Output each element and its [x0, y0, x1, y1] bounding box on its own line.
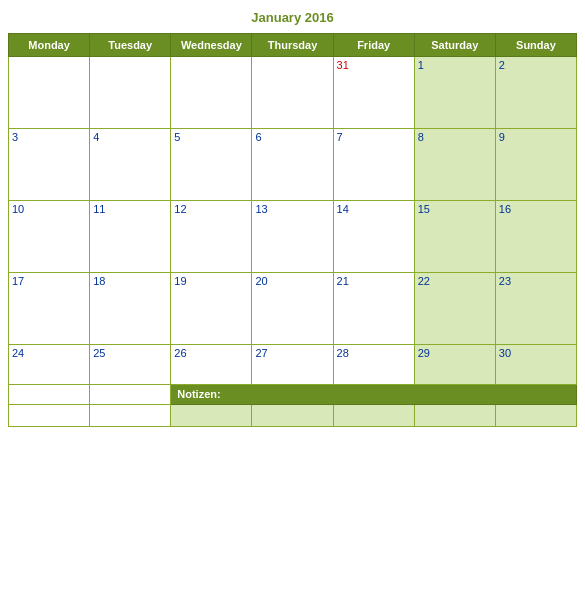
bottom-cell-7 — [495, 405, 576, 427]
bottom-cell-3 — [171, 405, 252, 427]
header-monday: Monday — [9, 34, 90, 57]
calendar-title: January 2016 — [8, 10, 577, 25]
cell-jan29: 29 — [414, 345, 495, 385]
cell-jan1: 1 — [414, 57, 495, 129]
week-row-5: 24 25 26 27 28 29 30 — [9, 345, 577, 385]
cell-jan3: 3 — [9, 129, 90, 201]
cell-jan30: 30 — [495, 345, 576, 385]
day-16: 16 — [499, 203, 573, 215]
day-27: 27 — [255, 347, 329, 359]
day-25: 25 — [93, 347, 167, 359]
day-24: 24 — [12, 347, 86, 359]
week-row-3: 10 11 12 13 14 15 16 — [9, 201, 577, 273]
day-28: 28 — [337, 347, 411, 359]
cell-jan4: 4 — [90, 129, 171, 201]
day-7: 7 — [337, 131, 411, 143]
day-21: 21 — [337, 275, 411, 287]
bottom-cell-5 — [333, 405, 414, 427]
cell-jan24: 24 — [9, 345, 90, 385]
calendar-table: Monday Tuesday Wednesday Thursday Friday… — [8, 33, 577, 427]
day-10: 10 — [12, 203, 86, 215]
cell-jan10: 10 — [9, 201, 90, 273]
cell-dec31: 31 — [333, 57, 414, 129]
cell-jan20: 20 — [252, 273, 333, 345]
cell-jan19: 19 — [171, 273, 252, 345]
day-18: 18 — [93, 275, 167, 287]
cell-empty-4 — [252, 57, 333, 129]
cell-jan27: 27 — [252, 345, 333, 385]
header-row: Monday Tuesday Wednesday Thursday Friday… — [9, 34, 577, 57]
day-19: 19 — [174, 275, 248, 287]
cell-jan15: 15 — [414, 201, 495, 273]
cell-jan23: 23 — [495, 273, 576, 345]
cell-jan11: 11 — [90, 201, 171, 273]
cell-empty-3 — [171, 57, 252, 129]
day-1: 1 — [418, 59, 492, 71]
bottom-cell-6 — [414, 405, 495, 427]
day-15: 15 — [418, 203, 492, 215]
cell-empty-1 — [9, 57, 90, 129]
cell-jan22: 22 — [414, 273, 495, 345]
notes-cell-empty-2 — [90, 385, 171, 405]
day-30: 30 — [499, 347, 573, 359]
day-12: 12 — [174, 203, 248, 215]
cell-jan8: 8 — [414, 129, 495, 201]
cell-jan14: 14 — [333, 201, 414, 273]
week-row-2: 3 4 5 6 7 8 9 — [9, 129, 577, 201]
notes-row: Notizen: — [9, 385, 577, 405]
header-thursday: Thursday — [252, 34, 333, 57]
day-4: 4 — [93, 131, 167, 143]
cell-jan6: 6 — [252, 129, 333, 201]
cell-jan5: 5 — [171, 129, 252, 201]
notes-cell-empty-1 — [9, 385, 90, 405]
day-3: 3 — [12, 131, 86, 143]
day-22: 22 — [418, 275, 492, 287]
header-saturday: Saturday — [414, 34, 495, 57]
cell-empty-2 — [90, 57, 171, 129]
day-14: 14 — [337, 203, 411, 215]
bottom-cell-4 — [252, 405, 333, 427]
day-17: 17 — [12, 275, 86, 287]
header-wednesday: Wednesday — [171, 34, 252, 57]
calendar-wrapper: January 2016 Monday Tuesday Wednesday Th… — [0, 0, 585, 435]
day-6: 6 — [255, 131, 329, 143]
header-sunday: Sunday — [495, 34, 576, 57]
day-2: 2 — [499, 59, 573, 71]
day-13: 13 — [255, 203, 329, 215]
day-20: 20 — [255, 275, 329, 287]
day-5: 5 — [174, 131, 248, 143]
cell-jan18: 18 — [90, 273, 171, 345]
header-tuesday: Tuesday — [90, 34, 171, 57]
cell-jan16: 16 — [495, 201, 576, 273]
cell-jan13: 13 — [252, 201, 333, 273]
bottom-cell-2 — [90, 405, 171, 427]
cell-jan2: 2 — [495, 57, 576, 129]
day-31: 31 — [337, 59, 411, 71]
cell-jan28: 28 — [333, 345, 414, 385]
day-26: 26 — [174, 347, 248, 359]
cell-jan17: 17 — [9, 273, 90, 345]
notes-label-cell: Notizen: — [171, 385, 577, 405]
cell-jan21: 21 — [333, 273, 414, 345]
day-29: 29 — [418, 347, 492, 359]
bottom-cell-1 — [9, 405, 90, 427]
cell-jan12: 12 — [171, 201, 252, 273]
cell-jan9: 9 — [495, 129, 576, 201]
day-23: 23 — [499, 275, 573, 287]
day-11: 11 — [93, 203, 167, 215]
cell-jan25: 25 — [90, 345, 171, 385]
week-row-1: 31 1 2 — [9, 57, 577, 129]
week-row-4: 17 18 19 20 21 22 23 — [9, 273, 577, 345]
header-friday: Friday — [333, 34, 414, 57]
cell-jan7: 7 — [333, 129, 414, 201]
day-8: 8 — [418, 131, 492, 143]
day-9: 9 — [499, 131, 573, 143]
bottom-row — [9, 405, 577, 427]
cell-jan26: 26 — [171, 345, 252, 385]
